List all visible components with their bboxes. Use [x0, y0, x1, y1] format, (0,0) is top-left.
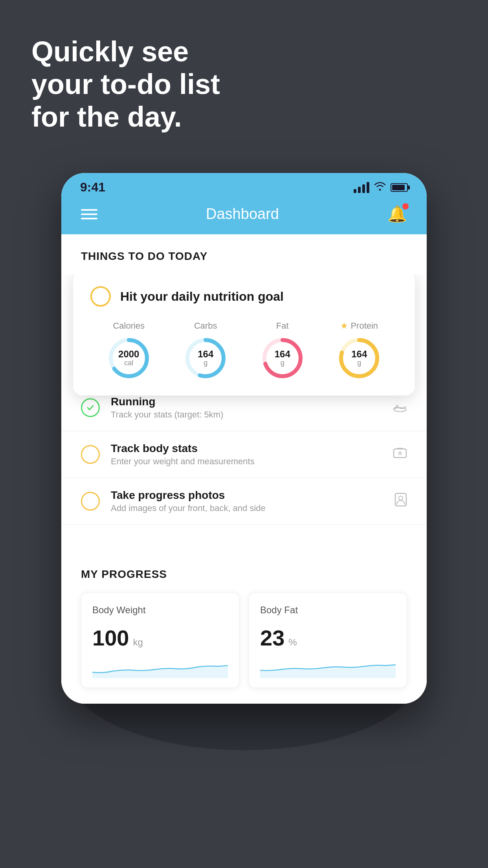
macro-protein-circle: 164 g	[338, 337, 381, 380]
menu-button[interactable]	[81, 209, 97, 219]
todo-item-body-stats[interactable]: Track body stats Enter your weight and m…	[61, 431, 427, 478]
macro-fat: Fat 164 g	[261, 321, 304, 380]
macro-calories-value: 2000 cal	[118, 349, 139, 367]
progress-cards: Body Weight 100 kg Body Fat	[81, 592, 407, 688]
macro-fat-value: 164 g	[275, 349, 290, 367]
macro-calories-label: Calories	[113, 321, 145, 331]
progress-fat-unit: %	[288, 637, 297, 648]
spacer	[61, 525, 427, 548]
star-icon: ★	[340, 321, 348, 331]
weight-sparkline	[92, 658, 228, 678]
nutrition-check-circle	[90, 286, 111, 307]
nav-bar: Dashboard 🔔	[61, 198, 427, 234]
todo-check-progress-photos	[81, 492, 100, 511]
nutrition-title: Hit your daily nutrition goal	[120, 289, 284, 304]
fat-sparkline	[260, 658, 396, 678]
progress-weight-unit: kg	[133, 637, 143, 648]
todo-text-body-stats: Track body stats Enter your weight and m…	[111, 442, 382, 467]
macro-protein-label: ★ Protein	[340, 321, 378, 331]
person-icon	[394, 493, 407, 510]
nutrition-card: Hit your daily nutrition goal Calories	[73, 274, 415, 395]
nutrition-card-header: Hit your daily nutrition goal	[90, 286, 398, 307]
nav-title: Dashboard	[206, 206, 279, 223]
todo-title-running: Running	[111, 395, 382, 408]
progress-header: MY PROGRESS	[81, 568, 407, 581]
macro-carbs: Carbs 164 g	[184, 321, 227, 380]
macro-fat-circle: 164 g	[261, 337, 304, 380]
macro-fat-label: Fat	[276, 321, 289, 331]
svg-point-10	[399, 452, 401, 454]
todo-list: Running Track your stats (target: 5km)	[61, 384, 427, 525]
macro-carbs-value: 164 g	[198, 349, 213, 367]
progress-fat-value: 23 %	[260, 625, 396, 651]
todo-title-progress-photos: Take progress photos	[111, 489, 383, 502]
progress-card-fat[interactable]: Body Fat 23 %	[249, 592, 407, 688]
content-area: THINGS TO DO TODAY Hit your daily nutrit…	[61, 234, 427, 704]
todo-subtitle-running: Track your stats (target: 5km)	[111, 410, 382, 420]
things-to-do-header: THINGS TO DO TODAY	[61, 234, 427, 274]
battery-icon	[391, 183, 408, 192]
progress-card-weight[interactable]: Body Weight 100 kg	[81, 592, 239, 688]
todo-text-progress-photos: Take progress photos Add images of your …	[111, 489, 383, 513]
todo-check-running	[81, 398, 100, 417]
todo-check-body-stats	[81, 445, 100, 464]
signal-icon	[354, 182, 369, 193]
notification-bell[interactable]: 🔔	[387, 205, 407, 223]
phone-mockup: 9:41 Dashboard 🔔	[61, 173, 427, 704]
macro-calories-circle: 2000 cal	[107, 337, 150, 380]
nutrition-macros: Calories 2000 cal	[90, 321, 398, 380]
status-bar: 9:41	[61, 173, 427, 198]
progress-weight-value: 100 kg	[92, 625, 228, 651]
todo-text-running: Running Track your stats (target: 5km)	[111, 395, 382, 420]
status-icons	[354, 181, 408, 193]
status-time: 9:41	[80, 180, 105, 195]
scale-icon	[393, 446, 407, 463]
hero-title: Quickly see your to-do list for the day.	[31, 35, 220, 133]
macro-protein: ★ Protein 164 g	[338, 321, 381, 380]
wifi-icon	[374, 181, 386, 193]
svg-rect-9	[394, 449, 406, 458]
macro-protein-value: 164 g	[351, 349, 367, 367]
shoe-icon	[393, 399, 407, 416]
progress-card-fat-title: Body Fat	[260, 605, 396, 616]
progress-weight-number: 100	[92, 625, 129, 651]
notification-dot	[402, 203, 409, 210]
progress-card-weight-title: Body Weight	[92, 605, 228, 616]
svg-point-12	[399, 496, 403, 500]
hero-section: Quickly see your to-do list for the day.	[31, 35, 220, 133]
todo-item-progress-photos[interactable]: Take progress photos Add images of your …	[61, 478, 427, 525]
todo-title-body-stats: Track body stats	[111, 442, 382, 455]
macro-carbs-label: Carbs	[194, 321, 217, 331]
macro-calories: Calories 2000 cal	[107, 321, 150, 380]
progress-section: MY PROGRESS Body Weight 100 kg	[61, 548, 427, 704]
todo-subtitle-body-stats: Enter your weight and measurements	[111, 456, 382, 467]
todo-subtitle-progress-photos: Add images of your front, back, and side	[111, 503, 383, 513]
macro-carbs-circle: 164 g	[184, 337, 227, 380]
progress-fat-number: 23	[260, 625, 284, 651]
content-wrapper: Hit your daily nutrition goal Calories	[61, 274, 427, 704]
